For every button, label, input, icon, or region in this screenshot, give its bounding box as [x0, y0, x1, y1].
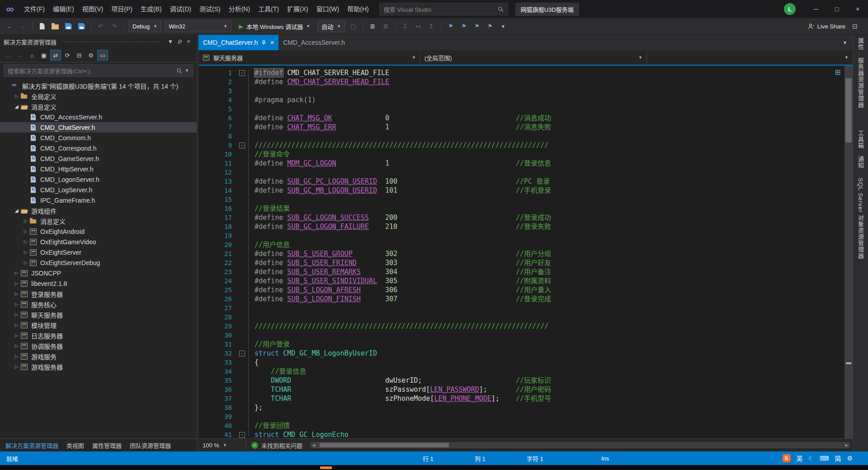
code-line[interactable]: 33{ — [198, 358, 844, 367]
toggle-bookmark-icon[interactable]: ⚑ — [446, 21, 456, 31]
solution-search-input[interactable]: 搜索解决方案资源管理器(Ctrl+;) ▼ — [4, 64, 193, 77]
code-line[interactable]: 11#define MDM_GC_LOGON 1 //登录信息 — [198, 159, 844, 168]
code-line[interactable]: 14#define SUB_GC_MB_LOGON_USERID 101 //手… — [198, 186, 844, 195]
scrollbar-thumb[interactable] — [320, 443, 449, 447]
refresh-icon[interactable]: ⟳ — [62, 50, 72, 60]
ime-charset-toggle[interactable]: 简 — [835, 454, 841, 463]
ime-language-toggle[interactable]: 英 — [797, 454, 803, 463]
chevron-down-icon[interactable]: ▼ — [166, 37, 175, 46]
hot-reload-icon[interactable]: ▢ — [348, 21, 358, 31]
code-line[interactable]: 38}; — [198, 403, 844, 412]
code-line[interactable]: 22#define SUB_S_USER_FRIEND 303 //用户好友 — [198, 258, 844, 267]
save-all-icon[interactable] — [76, 21, 86, 31]
expander-icon[interactable]: ▷ — [13, 291, 20, 296]
tree-item[interactable]: ▷日志服务器 — [0, 330, 197, 341]
code-line[interactable]: 10//登录命令 — [198, 150, 844, 159]
tree-item[interactable]: ▷全局定义 — [0, 91, 197, 101]
code-line[interactable]: 6#define CHAT_MSG_OK 0 //消息成功 — [198, 114, 844, 123]
code-line[interactable]: 16//登录结果 — [198, 204, 844, 213]
tree-item[interactable]: CMD_Correspond.h — [0, 143, 197, 153]
code-line[interactable]: 30 — [198, 331, 844, 340]
tree-item[interactable]: ▷OxEightGameVideo — [0, 237, 197, 247]
horizontal-scrollbar[interactable]: ◀ ▶ — [311, 442, 850, 448]
fold-marker-icon[interactable]: - — [239, 70, 245, 76]
editor-tab-active[interactable]: CMD_ChatServer.h × — [198, 35, 278, 50]
tree-item[interactable]: CMD_LogonServer.h — [0, 174, 197, 185]
solution-platform-dropdown[interactable]: Win32 ▼ — [165, 20, 231, 32]
user-avatar[interactable]: L — [784, 3, 796, 15]
code-line[interactable]: 34 //登录信息 — [198, 367, 844, 376]
step-over-icon[interactable]: ↦ — [413, 21, 423, 31]
tool-window-tab[interactable]: 团队资源管理器 — [130, 441, 171, 450]
tree-item[interactable]: ▷游戏服务 — [0, 351, 197, 361]
code-line[interactable]: 3 — [198, 86, 844, 95]
code-line[interactable]: 8 — [198, 132, 844, 141]
pin-icon[interactable] — [261, 40, 266, 45]
save-icon[interactable] — [63, 21, 73, 31]
code-line[interactable]: 12 — [198, 168, 844, 177]
open-file-icon[interactable] — [50, 21, 60, 31]
expander-icon[interactable]: ▷ — [22, 218, 29, 223]
expander-icon[interactable]: ▷ — [13, 323, 20, 328]
menu-item[interactable]: 编辑(E) — [49, 0, 78, 18]
switch-views-icon[interactable]: ▣ — [39, 50, 49, 60]
menu-item[interactable]: 扩展(X) — [283, 0, 312, 18]
tree-item[interactable]: 解决方案“网狐旗舰U3D服务端”(第 14 个项目，共 14 个) — [0, 81, 197, 91]
status-character[interactable]: 字符 1 — [527, 451, 543, 465]
status-insert-mode[interactable]: Ins — [601, 451, 609, 465]
tree-item[interactable]: ▷OxEightAndroid — [0, 226, 197, 237]
side-tab[interactable]: SQL Server 对象资源管理器 — [856, 178, 865, 259]
code-line[interactable]: 27 — [198, 304, 844, 313]
code-lines[interactable]: 1-#ifndef CMD_CHAT_SERVER_HEAD_FILE2#def… — [198, 66, 844, 438]
document-health-indicator[interactable]: ✓ 未找到相关问题 — [246, 441, 308, 450]
expander-icon[interactable]: ▷ — [22, 260, 29, 265]
side-tab[interactable]: 属性 — [856, 38, 865, 50]
gear-icon[interactable]: ⚙ — [847, 455, 853, 462]
vs-search-box[interactable]: 搜索 Visual Studio — [379, 3, 508, 15]
expander-icon[interactable]: ▷ — [22, 239, 29, 244]
tree-item[interactable]: ▷游戏服务器 — [0, 361, 197, 372]
status-line[interactable]: 行 1 — [423, 451, 434, 465]
tree-item[interactable]: ▷libevent2.1.8 — [0, 278, 197, 289]
sogou-ime-icon[interactable]: S — [783, 454, 791, 462]
chevron-down-icon[interactable]: ▼ — [185, 68, 189, 73]
redo-icon[interactable]: ↷ — [109, 21, 119, 31]
expander-icon[interactable]: ◢ — [13, 104, 20, 109]
tree-item[interactable]: ▷JSONCPP — [0, 268, 197, 278]
side-tab[interactable]: 工具箱 — [856, 130, 865, 149]
solution-config-dropdown[interactable]: Debug ▼ — [128, 20, 161, 32]
home-icon[interactable]: ⌂ — [27, 50, 37, 60]
code-line[interactable]: 21#define SUB_S_USER_GROUP 302 //用户分组 — [198, 249, 844, 258]
tree-item[interactable]: CMD_ChatServer.h — [0, 122, 197, 133]
code-line[interactable]: 23#define SUB_S_USER_REMARKS 304 //用户备注 — [198, 267, 844, 276]
code-line[interactable]: 41-struct CMD_GC_LogonEcho — [198, 430, 844, 438]
tree-item[interactable]: ▷协调服务器 — [0, 341, 197, 351]
tree-item[interactable]: CMD_AccessServer.h — [0, 112, 197, 122]
code-line[interactable]: 29//////////////////////////////////////… — [198, 322, 844, 331]
tree-item[interactable]: CMD_HttpServer.h — [0, 164, 197, 174]
code-line[interactable]: 35 DWORD dwUserID; //玩家标识 — [198, 376, 844, 385]
code-line[interactable]: 9-//////////////////////////////////////… — [198, 141, 844, 150]
expander-icon[interactable]: ▷ — [13, 343, 20, 348]
fold-marker-icon[interactable]: - — [239, 432, 245, 438]
code-line[interactable]: 2#define CMD_CHAT_SERVER_HEAD_FILE — [198, 77, 844, 86]
code-line[interactable]: 40//登录回馈 — [198, 421, 844, 430]
document-health-icon[interactable]: ⊞ — [834, 68, 842, 76]
close-icon[interactable]: × — [270, 39, 274, 46]
code-line[interactable]: 13#define SUB_GC_PC_LOGON_USERID 100 //P… — [198, 177, 844, 186]
close-button[interactable]: × — [847, 0, 868, 18]
tree-item[interactable]: ◢游戏组件 — [0, 205, 197, 216]
tree-item[interactable]: ▷聊天服务器 — [0, 309, 197, 320]
collapse-all-icon[interactable]: ⊟ — [74, 50, 84, 60]
scope-dropdown[interactable]: (全局范围) ▼ — [420, 50, 647, 65]
code-line[interactable]: 20//用户信息 — [198, 240, 844, 249]
status-column[interactable]: 列 1 — [475, 451, 486, 465]
next-bookmark-icon[interactable]: ⚑ — [472, 21, 482, 31]
find-in-files-icon[interactable]: ≣ — [368, 21, 377, 31]
code-line[interactable]: 24#define SUB_S_USER_SINDIVIDUAL 305 //附… — [198, 276, 844, 285]
minimize-button[interactable]: ─ — [806, 0, 826, 18]
project-dropdown[interactable]: 聊天服务器 ▼ — [198, 50, 420, 65]
menu-item[interactable]: 工具(T) — [254, 0, 283, 18]
expander-icon[interactable]: ▷ — [22, 229, 29, 234]
member-dropdown[interactable]: ▼ — [647, 50, 853, 65]
